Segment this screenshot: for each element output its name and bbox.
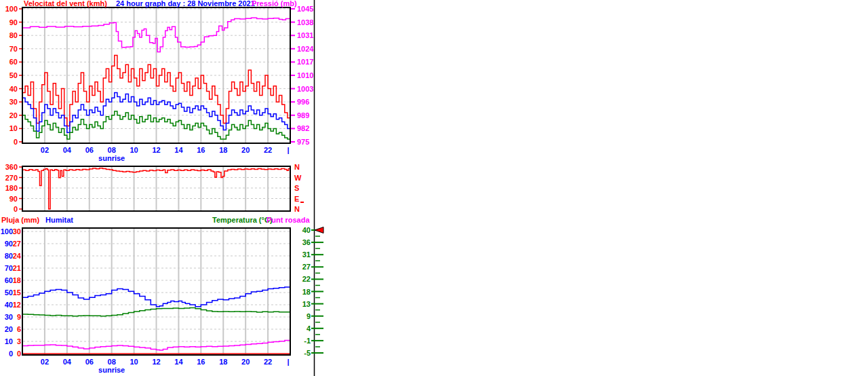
rain-tick-label: 3 (17, 337, 21, 345)
temperature-tick-label: 40 (302, 226, 311, 234)
hour-tick-label: 10 (130, 146, 138, 154)
wind-speed-tick-label: 0 (14, 138, 18, 146)
humidity-tick-label: 100 (1, 227, 13, 236)
pressure-tick-label: 1024 (297, 45, 314, 53)
direction-tick-label: 270 (5, 174, 18, 182)
rain-tick-label: 15 (13, 288, 21, 297)
wind-speed-tick-label: 30 (9, 98, 18, 106)
axis-end-mark: | (287, 146, 289, 154)
hour-tick-label: 04 (63, 358, 72, 366)
humidity-tick-label: 70 (5, 264, 13, 272)
rain-tick-label: 0 (17, 350, 21, 358)
rain-axis-title: Pluja (mm) (1, 217, 39, 224)
temperature-scale-arrow-icon (315, 227, 323, 233)
humidity-tick-label: 30 (5, 313, 13, 321)
wind-speed-tick-label: 80 (9, 31, 18, 39)
humidity-tick-label: 60 (5, 276, 13, 284)
rain-tick-label: 12 (13, 301, 21, 309)
hour-tick-label: 12 (152, 358, 160, 366)
pressure-tick-label: 1038 (297, 18, 313, 26)
hour-tick-label: 20 (241, 146, 250, 154)
temperature-tick-label: 18 (302, 288, 311, 296)
direction-tick-marker (300, 202, 304, 203)
pressure-axis-title: Pressió (mb) (252, 0, 297, 7)
compass-label: W (294, 174, 302, 182)
compass-label: N (294, 163, 300, 171)
pressure-tick-label: 989 (297, 111, 309, 119)
hour-tick-label: 06 (85, 358, 94, 366)
temperature-tick-label: 27 (302, 263, 311, 271)
hour-tick-label: 16 (197, 146, 205, 154)
weather-graph-page: Velocitat del vent (kmh) 24 hour graph d… (0, 0, 868, 376)
humidity-tick-label: 10 (5, 337, 13, 345)
humidity-tick-label: 90 (5, 240, 13, 248)
wind-axis-title: Velocitat del vent (kmh) (24, 0, 107, 7)
pressure-tick-label: 1017 (297, 58, 313, 66)
page-title: 24 hour graph day : 28 Noviembre 2021 (116, 0, 255, 7)
pressure-tick-label: 996 (297, 98, 309, 106)
rain-tick-label: 24 (13, 252, 22, 260)
sunrise-label: sunrise (98, 154, 125, 162)
pressure-tick-label: 1031 (297, 31, 313, 39)
hour-tick-label: 16 (197, 358, 205, 366)
humidity-tick-label: 20 (5, 325, 13, 333)
pressure-tick-label: 1045 (297, 5, 313, 13)
temperature-tick-label: 31 (302, 250, 311, 259)
pressure-tick-label: 1003 (297, 85, 313, 93)
hour-tick-label: 22 (264, 358, 272, 366)
hour-tick-label: 12 (152, 146, 160, 154)
temperature-tick-label: 13 (302, 300, 311, 308)
wind-speed-tick-label: 100 (5, 5, 18, 13)
hour-tick-label: 10 (130, 358, 138, 366)
humidity-tick-label: 0 (9, 350, 13, 358)
temperature-tick-label: 4 (307, 324, 311, 333)
hour-tick-label: 20 (241, 358, 250, 366)
compass-label: S (294, 184, 299, 192)
dewpoint-axis-title: Punt rosada (267, 217, 310, 224)
hour-tick-label: 06 (85, 146, 94, 154)
temperature-tick-label: 36 (302, 238, 311, 246)
rain-tick-label: 18 (13, 276, 21, 284)
humidity-tick-label: 50 (5, 288, 13, 297)
compass-label: N (294, 205, 300, 213)
rain-tick-label: 30 (13, 227, 21, 236)
pressure-tick-label: 1010 (297, 71, 313, 79)
humidity-tick-label: 40 (5, 301, 13, 309)
rain-tick-label: 9 (17, 313, 21, 321)
temperature-tick-label: 22 (302, 275, 311, 283)
wind-speed-tick-label: 60 (9, 58, 18, 66)
hour-tick-label: 14 (174, 146, 183, 154)
hour-tick-label: 02 (41, 146, 49, 154)
wind-speed-tick-label: 40 (9, 85, 18, 93)
pressure-tick-label: 975 (297, 138, 309, 146)
humidity-tick-label: 80 (5, 252, 13, 260)
compass-label: E (294, 195, 299, 203)
hour-tick-label: 18 (219, 146, 227, 154)
sunrise-label: sunrise (98, 366, 125, 374)
direction-tick-label: 0 (14, 205, 18, 213)
rain-tick-label: 27 (13, 240, 21, 248)
rain-tick-label: 6 (17, 325, 21, 333)
hour-tick-label: 08 (108, 146, 116, 154)
hour-tick-label: 04 (63, 146, 72, 154)
hour-tick-label: 18 (219, 358, 227, 366)
direction-tick-label: 360 (5, 163, 18, 171)
axis-end-mark: | (287, 358, 289, 366)
temperature-axis-title: Temperatura (°C) (212, 217, 273, 224)
wind-speed-tick-label: 50 (9, 71, 18, 79)
direction-tick-label: 180 (5, 184, 18, 192)
wind-speed-tick-label: 70 (9, 45, 18, 53)
temperature-tick-label: 9 (307, 312, 311, 320)
direction-tick-label: 90 (9, 195, 18, 203)
pressure-tick-label: 982 (297, 124, 309, 132)
wind-speed-tick-label: 20 (9, 111, 18, 119)
charts-canvas: 0102030405060708090100975982989996100310… (0, 0, 868, 376)
humidity-axis-title: Humitat (45, 217, 73, 224)
rain-tick-label: 21 (13, 264, 21, 272)
wind-speed-tick-label: 90 (9, 18, 18, 26)
hour-tick-label: 02 (41, 358, 49, 366)
temperature-tick-label: -1 (304, 337, 311, 345)
hour-tick-label: 22 (264, 146, 272, 154)
temperature-tick-label: -5 (304, 349, 311, 357)
hour-tick-label: 08 (108, 358, 116, 366)
